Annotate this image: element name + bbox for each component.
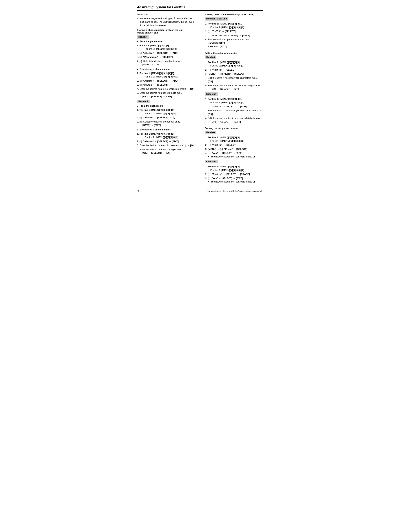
handset-base-label: Handset / Base unit <box>205 17 229 20</box>
step-3: [↕]: Select the desired setting. → [SAVE… <box>208 34 263 37</box>
from-phonebook-steps: For line 1: [MENU][#][3][3][8][1]For lin… <box>137 44 196 66</box>
step-2: [↕]: "Alert to" → [SELECT] → [ERASE] <box>208 172 263 176</box>
step-1: For line 1: [MENU][#][3][3][8][1]For lin… <box>208 97 263 104</box>
erasing-base-steps: For line 1: [MENU][#][3][3][8][1]For lin… <box>205 165 263 184</box>
step-4: Enter the desired number (24 digits max.… <box>140 148 196 155</box>
step-4: Proceed with the operation for your unit… <box>208 38 263 48</box>
step-1: For line 1: [MENU][#][3][3][8][1]For lin… <box>140 108 196 115</box>
step-1: For line 1: [MENU][#][3][3][8][1]For lin… <box>140 71 196 79</box>
handset-label: Handset <box>137 35 149 39</box>
step-4: Enter the desired name (16 characters ma… <box>140 87 196 91</box>
step-3: Enter the desired name (16 characters ma… <box>140 144 196 147</box>
from-phonebook-base-title: From the phonebook: <box>137 105 196 107</box>
step-3: [↕]: Select the desired phonebook entry.… <box>140 120 196 127</box>
erase-base-note: The new message alert setting is turned … <box>211 180 263 184</box>
from-phonebook-base-steps: For line 1: [MENU][#][3][3][8][1]For lin… <box>137 108 196 127</box>
page-footer: 58 For assistance, please visit http://w… <box>137 189 263 192</box>
important-bullets: A new message alert is stopped 1 minute … <box>137 17 196 27</box>
from-phonebook-base-label: From the phonebook: <box>137 105 196 107</box>
step-5: Edit the phone number if necessary (24 d… <box>208 84 263 91</box>
left-column: Important: A new message alert is stoppe… <box>137 13 196 185</box>
important-label: Important: <box>137 13 196 16</box>
step-4: Edit the name if necessary (16 character… <box>208 76 263 83</box>
base-unit-label: Base unit <box>137 100 150 103</box>
by-entering-base-title: By entering a phone number: <box>137 128 196 131</box>
erasing-handset-steps: For line 1: [MENU][#][3][3][8][1]For lin… <box>205 136 263 158</box>
step-3: [↕]: "Yes" → [SELECT] → [EXIT] The new m… <box>208 177 263 184</box>
step-3: [MENU] → [↕]: "Erase" → [SELECT] <box>208 147 263 151</box>
turning-steps: For line 1: [MENU][#][3][3][8][1]For lin… <box>205 22 263 48</box>
step-3: [↕]: "Phonebook" → [SELECT] <box>140 55 196 59</box>
step-1: For line 1: [MENU][#][3][3][8][1]For lin… <box>140 132 196 139</box>
by-entering-base-steps: For line 1: [MENU][#][3][3][8][1]For lin… <box>137 132 196 155</box>
step-3: [↕]: "Manual" → [SELECT] <box>140 83 196 87</box>
editing-base-steps: For line 1: [MENU][#][3][3][8][1]For lin… <box>205 97 263 124</box>
step-2: [↕]: "Alert to" → [SELECT] <box>208 143 263 147</box>
erase-note: The new message alert setting is turned … <box>211 155 263 158</box>
step-2: [↕]: "Alert to" → [SELECT] → [EDIT] <box>140 140 196 143</box>
from-phonebook-label: From the phonebook: <box>137 40 196 43</box>
footer-help-text: For assistance, please visit http://www.… <box>207 190 263 192</box>
editing-handset-label: Handset <box>205 56 216 59</box>
step-1: For line 1: [MENU][#][3][3][8][1]For lin… <box>140 44 196 51</box>
editing-title: Editing the set phone number <box>205 52 263 54</box>
erasing-handset-label: Handset <box>205 131 216 134</box>
step-2: [↕]: "Alert to" → [SELECT] → [EDIT] <box>208 105 263 108</box>
by-entering-title: By entering a phone number: <box>137 68 196 70</box>
step-2: [↕]: "Alert to" → [SELECT] → [ADD] <box>140 51 196 55</box>
page-title: Answering System for Landline <box>137 5 263 11</box>
turning-on-off-title: Turning on/off the new message alert set… <box>205 13 263 16</box>
footer-page-number: 58 <box>137 190 139 192</box>
editing-handset-steps: For line 1: [MENU][#][3][3][8][1]For lin… <box>205 61 263 91</box>
step-1: For line 1: [MENU][#][3][3][8][1]For lin… <box>208 61 263 68</box>
divider-1 <box>205 50 263 50</box>
by-entering-handset-steps: For line 1: [MENU][#][3][3][8][1]For lin… <box>137 71 196 98</box>
step-1: For line 1: [MENU][#][3][3][8][1]For lin… <box>208 136 263 143</box>
step-4: [↕]: Select the desired phonebook entry.… <box>140 59 196 66</box>
step-4: Edit the phone number if necessary (24 d… <box>208 116 263 123</box>
step-3: [MENU] → [↕]: "Edit" → [SELECT] <box>208 72 263 76</box>
step-2: [↕]: "Alert to" → [SELECT] → [📞] <box>140 116 196 120</box>
step-2: [↕]: "Alert to" → [SELECT] → [ADD] <box>140 79 196 83</box>
right-column: Turning on/off the new message alert set… <box>201 13 263 185</box>
step-5: Enter the desired number (24 digits max.… <box>140 91 196 98</box>
erasing-base-label: Base unit <box>205 160 218 163</box>
editing-base-label: Base unit <box>205 92 218 96</box>
step-1: For line 1: [MENU][#][3][3][8][1]For lin… <box>208 22 263 29</box>
from-phonebook-title: From the phonebook: <box>137 40 196 43</box>
step-2: [↕]: "On/Off" → [SELECT] <box>208 30 263 33</box>
step-2: [↕]: "Alert to" → [SELECT] <box>208 68 263 72</box>
step-4: [↕]: "Yes" → [SELECT] → [OFF] The new me… <box>208 151 263 158</box>
step-1: For line 1: [MENU][#][3][3][8][1]For lin… <box>208 165 263 172</box>
erasing-title: Erasing the set phone number <box>205 127 263 130</box>
important-bullet-item: A new message alert is stopped 1 minute … <box>140 17 196 27</box>
by-entering-base-label: By entering a phone number: <box>137 128 196 131</box>
step-3: Edit the name if necessary (16 character… <box>208 109 263 116</box>
storing-section-title: Storing a phone number to which the unit… <box>137 29 196 34</box>
by-entering-handset-label: By entering a phone number: <box>137 68 196 70</box>
